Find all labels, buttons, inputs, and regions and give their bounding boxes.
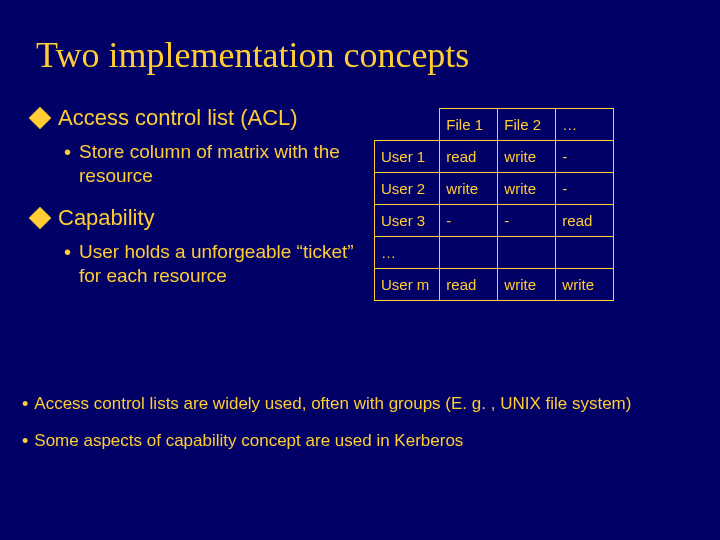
bullet-capability: Capability xyxy=(30,204,360,232)
row-header: User m xyxy=(375,269,440,301)
table-row: User 3 - - read xyxy=(375,205,614,237)
row-header: … xyxy=(375,237,440,269)
table-row: User 2 write write - xyxy=(375,173,614,205)
table-row: File 1 File 2 … xyxy=(375,109,614,141)
row-header: User 1 xyxy=(375,141,440,173)
page-title: Two implementation concepts xyxy=(36,34,690,76)
right-column: File 1 File 2 … User 1 read write - User… xyxy=(374,104,690,304)
cell: read xyxy=(440,141,498,173)
cell xyxy=(498,237,556,269)
acl-sub: Store column of matrix with the resource xyxy=(79,140,360,189)
diamond-icon xyxy=(29,107,52,130)
row-header: User 3 xyxy=(375,205,440,237)
footer: • Access control lists are widely used, … xyxy=(22,393,690,466)
cell: write xyxy=(440,173,498,205)
cell: - xyxy=(556,173,614,205)
bullet-icon: • xyxy=(22,430,28,453)
cell: read xyxy=(556,205,614,237)
cap-sub: User holds a unforgeable “ticket” for ea… xyxy=(79,240,360,289)
col-header: File 1 xyxy=(440,109,498,141)
table-row: … xyxy=(375,237,614,269)
table-row: User 1 read write - xyxy=(375,141,614,173)
cell: write xyxy=(498,141,556,173)
table-corner xyxy=(375,109,440,141)
sub-bullet-acl: • Store column of matrix with the resour… xyxy=(64,140,360,189)
cell xyxy=(440,237,498,269)
slide: Two implementation concepts Access contr… xyxy=(0,0,720,540)
bullet-icon: • xyxy=(64,240,71,264)
cell: read xyxy=(440,269,498,301)
bullet-icon: • xyxy=(64,140,71,164)
col-header: File 2 xyxy=(498,109,556,141)
cell: - xyxy=(440,205,498,237)
cell: write xyxy=(556,269,614,301)
acl-heading: Access control list (ACL) xyxy=(58,104,298,132)
diamond-icon xyxy=(29,207,52,230)
footer-item: • Access control lists are widely used, … xyxy=(22,393,690,416)
col-header: … xyxy=(556,109,614,141)
table-row: User m read write write xyxy=(375,269,614,301)
footer-text-1: Access control lists are widely used, of… xyxy=(34,393,631,415)
cell: write xyxy=(498,269,556,301)
sub-bullet-capability: • User holds a unforgeable “ticket” for … xyxy=(64,240,360,289)
footer-text-2: Some aspects of capability concept are u… xyxy=(34,430,463,452)
bullet-icon: • xyxy=(22,393,28,416)
permission-table: File 1 File 2 … User 1 read write - User… xyxy=(374,108,614,301)
cell: write xyxy=(498,173,556,205)
cap-heading: Capability xyxy=(58,204,155,232)
footer-item: • Some aspects of capability concept are… xyxy=(22,430,690,453)
cell: - xyxy=(556,141,614,173)
content-columns: Access control list (ACL) • Store column… xyxy=(30,104,690,304)
bullet-acl: Access control list (ACL) xyxy=(30,104,360,132)
cell: - xyxy=(498,205,556,237)
left-column: Access control list (ACL) • Store column… xyxy=(30,104,360,304)
row-header: User 2 xyxy=(375,173,440,205)
cell xyxy=(556,237,614,269)
